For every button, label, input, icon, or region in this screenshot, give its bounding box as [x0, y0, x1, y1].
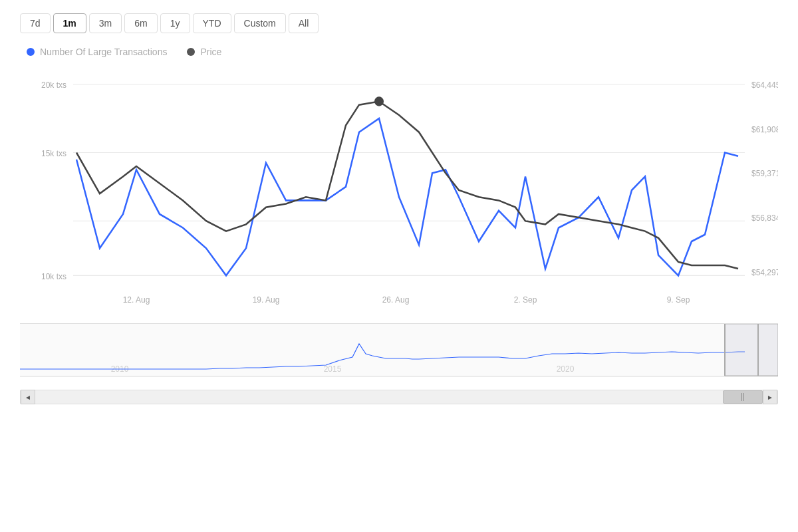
main-container: 7d1m3m6m1yYTDCustomAll Number Of Large T… — [0, 0, 798, 532]
chart-legend: Number Of Large TransactionsPrice — [20, 47, 778, 57]
svg-text:$54,297: $54,297 — [751, 268, 778, 277]
svg-text:$61,908: $61,908 — [751, 125, 778, 134]
svg-point-17 — [374, 96, 384, 106]
grip-line-2 — [743, 393, 744, 401]
time-btn-all[interactable]: All — [289, 13, 319, 33]
svg-text:20k txs: 20k txs — [41, 80, 66, 90]
svg-text:$59,371: $59,371 — [751, 169, 778, 178]
scroll-track — [35, 390, 763, 404]
legend-item-price: Price — [187, 47, 221, 57]
scroll-right-arrow[interactable]: ► — [763, 390, 777, 404]
svg-text:26. Aug: 26. Aug — [382, 295, 410, 305]
time-range-selector: 7d1m3m6m1yYTDCustomAll — [20, 13, 778, 33]
time-btn-1y[interactable]: 1y — [160, 13, 190, 33]
svg-text:$64,445: $64,445 — [751, 80, 778, 90]
svg-text:10k txs: 10k txs — [41, 271, 66, 281]
legend-label-price: Price — [200, 47, 221, 57]
time-btn-3m[interactable]: 3m — [89, 13, 122, 33]
time-btn-ytd[interactable]: YTD — [193, 13, 231, 33]
legend-dot-price — [187, 48, 195, 56]
svg-text:19. Aug: 19. Aug — [253, 295, 280, 305]
time-btn-6m[interactable]: 6m — [124, 13, 157, 33]
main-chart-wrapper: 20k txs 15k txs 10k txs $64,445 $61,908 … — [20, 64, 778, 317]
navigator-wrapper: 2010 2015 2020 — [20, 323, 778, 390]
svg-text:15k txs: 15k txs — [41, 149, 66, 158]
svg-text:$56,834: $56,834 — [751, 213, 778, 223]
scroll-thumb[interactable] — [723, 390, 763, 404]
legend-item-transactions: Number Of Large Transactions — [27, 47, 167, 57]
navigator-svg: 2010 2015 2020 — [20, 324, 778, 377]
svg-text:2020: 2020 — [557, 364, 575, 374]
time-btn-1m[interactable]: 1m — [53, 13, 86, 33]
legend-dot-transactions — [27, 48, 35, 56]
svg-rect-23 — [725, 324, 778, 376]
time-btn-custom[interactable]: Custom — [234, 13, 286, 33]
scroll-thumb-grip — [741, 393, 744, 401]
time-btn-7d[interactable]: 7d — [20, 13, 51, 33]
svg-text:9. Sep: 9. Sep — [667, 295, 690, 305]
legend-label-transactions: Number Of Large Transactions — [40, 47, 167, 57]
grip-line-1 — [741, 393, 742, 401]
scrollbar[interactable]: ◄ ► — [20, 390, 778, 404]
svg-text:12. Aug: 12. Aug — [123, 295, 150, 305]
main-chart-svg: 20k txs 15k txs 10k txs $64,445 $61,908 … — [20, 64, 778, 317]
svg-text:2015: 2015 — [324, 364, 342, 374]
scroll-left-arrow[interactable]: ◄ — [21, 390, 35, 404]
svg-text:2. Sep: 2. Sep — [514, 295, 537, 305]
